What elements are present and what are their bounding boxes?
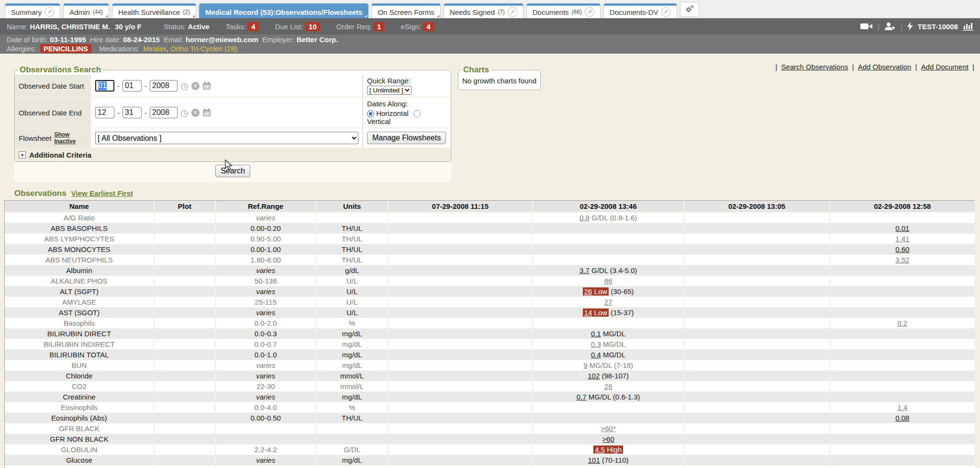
value-link[interactable]: 0.3 [591,340,601,348]
quick-range-select[interactable]: [ Unlimited ] [367,86,412,95]
date-start-year-input[interactable]: 2008 [150,80,178,91]
tab-settings-button[interactable] [680,2,699,17]
tasks-count-badge[interactable]: 4 [248,22,258,31]
obs-units-cell: g/dL [316,265,388,276]
open-external-icon[interactable]: ↗ [45,7,54,17]
tab-summary[interactable]: Summary↗ [5,3,60,18]
column-header-units[interactable]: Units [316,201,388,213]
add-observation-link[interactable]: Add Observation [858,63,912,71]
tab-on-screen-forms[interactable]: On Screen Forms [371,3,440,18]
search-button[interactable]: Search [215,165,250,177]
obs-units-cell: mg/dL [316,339,388,350]
value-link[interactable]: >60* [601,424,616,433]
time-icon[interactable]: ◷ [180,81,189,91]
manage-flowsheets-button[interactable]: Manage Flowsheets [367,132,446,144]
date-end-day-input[interactable]: 31 [122,107,142,118]
column-header-plot[interactable]: Plot [154,201,215,213]
additional-criteria-row[interactable]: + Additional Criteria [15,148,451,161]
value-link[interactable]: 27 [604,298,612,306]
obs-name-cell: ALKALINE PHOS [5,276,154,286]
obs-value-cell [830,350,975,360]
open-external-icon[interactable]: ↗ [585,7,594,17]
tab-documents[interactable]: Documents(66)↗ [526,3,601,18]
add-person-icon[interactable] [884,22,896,31]
date-start-month-input[interactable]: 01 [95,80,114,91]
tab-health-surveillance[interactable]: Health Surveillance(2) [112,3,196,18]
obs-value-cell [388,381,533,392]
radio-vertical[interactable] [413,110,421,117]
table-row: BUNvariesmg/dL9 MG/DL (7-18) [5,360,976,371]
obs-value-cell [830,276,975,286]
obs-plot-cell [154,445,215,455]
view-earliest-first-link[interactable]: View Earliest First [71,189,133,197]
value-link[interactable]: 102 [588,372,600,380]
dates-along-option-horizontal[interactable]: Horizontal [367,109,409,117]
flowsheet-select[interactable]: [ All Observations ] [95,132,358,144]
value-link[interactable]: 101 [588,456,600,464]
value-link[interactable]: 0.1 [591,330,601,338]
flowsheet-chart-icon[interactable] [963,22,973,31]
obs-plot-cell [154,297,215,308]
tab-bar: Summary↗Admin(44)Health Surveillance(2)M… [0,0,980,18]
open-external-icon[interactable]: ↗ [508,7,517,17]
tab-medical-record-53-observations-flowsheets[interactable]: Medical Record (53):Observations/Flowshe… [199,3,368,18]
time-icon[interactable]: ◷ [180,108,189,117]
value-link[interactable]: 1.4 [897,403,907,411]
show-inactive-link[interactable]: Show Inactive [54,131,87,145]
expand-plus-icon[interactable]: + [19,151,26,159]
value-link[interactable]: 0.4 [591,351,601,359]
column-header-name[interactable]: Name [5,201,154,213]
obs-ref-range-cell [215,434,316,445]
date-end-month-input[interactable]: 12 [95,107,114,118]
obs-name-cell: GFR NON BLACK [5,434,154,445]
add-document-link[interactable]: Add Document [921,63,969,71]
value-link[interactable]: 26 [584,287,592,296]
value-link[interactable]: 86 [604,277,612,285]
medication-link[interactable]: Ortho Tri-Cyclen (28) [170,45,237,53]
medication-link[interactable]: Miralax [143,45,166,53]
value-link[interactable]: 14 [584,308,592,317]
obs-value-cell: >60* [533,423,684,434]
value-link[interactable]: 0.60 [895,245,909,253]
column-header-02-29-2008-12-58[interactable]: 02-29-2008 12:58 [830,201,975,213]
radio-horizontal[interactable] [367,110,374,117]
calendar-icon[interactable] [202,108,211,117]
esign-count-badge[interactable]: 4 [423,22,434,31]
date-start-day-input[interactable]: 01 [122,80,142,91]
calendar-icon[interactable] [202,81,211,90]
obs-value-cell [684,318,829,329]
due-list-count-badge[interactable]: 10 [305,22,320,31]
tab-documents-dv[interactable]: Documents-DV↗ [603,3,677,18]
value-link[interactable]: 26 [604,382,612,390]
column-header-ref-range[interactable]: Ref.Range [215,201,316,213]
table-row: Glucosevariesmg/dL101 (70-110) [5,455,976,466]
value-link[interactable]: 1.41 [895,235,909,243]
video-call-icon[interactable] [860,23,873,30]
clear-date-icon[interactable]: ✕ [191,109,200,117]
search-observations-link[interactable]: Search Observations [781,63,848,71]
value-link[interactable]: 9 [583,361,587,369]
open-external-icon[interactable]: ↗ [661,7,671,17]
column-header-02-29-2008-13-05[interactable]: 02-29-2008 13:05 [684,201,829,213]
value-link[interactable]: 0.7 [577,393,587,401]
obs-value-cell [684,329,829,339]
value-link[interactable]: 0.8 [579,214,590,222]
tab-admin[interactable]: Admin(44) [63,3,109,18]
value-link[interactable]: 0.08 [895,414,909,422]
order-req-count-badge[interactable]: 1 [374,22,384,31]
value-link[interactable]: >60 [602,435,614,443]
allergy-badge[interactable]: PENICILLINS [40,44,91,53]
column-header-02-29-2008-13-46[interactable]: 02-29-2008 13:46 [533,201,684,213]
tab-needs-signed[interactable]: Needs Signed(7)↗ [444,3,523,18]
clear-date-icon[interactable]: ✕ [191,82,200,90]
value-link[interactable]: 3.7 [579,266,590,274]
value-link[interactable]: 3.52 [895,256,909,264]
obs-value-cell [684,413,829,423]
date-end-year-input[interactable]: 2008 [150,107,178,118]
lightning-icon[interactable] [907,22,913,31]
column-header-07-29-2008-11-15[interactable]: 07-29-2008 11:15 [388,201,533,213]
date-end-inputs: 12-31-2008 ◷ ✕ [91,98,362,128]
value-link[interactable]: 4.5 [595,445,605,454]
value-link[interactable]: 0.2 [897,319,907,327]
value-link[interactable]: 0.01 [895,224,909,232]
